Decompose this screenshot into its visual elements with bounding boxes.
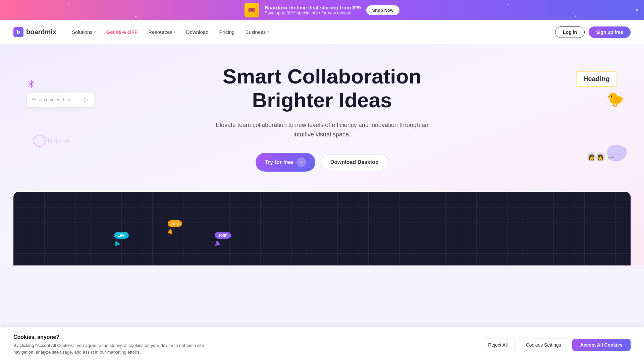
star-decoration-2: ✦ bbox=[134, 14, 138, 19]
oval-shape-icon: ○ bbox=[60, 138, 63, 144]
navbar: b boardmix Solutions ▾ Get 89% OFF Resou… bbox=[0, 20, 644, 44]
levi-cursor-icon bbox=[113, 239, 120, 246]
cursor-levi: Levi bbox=[114, 232, 129, 245]
banner-main-text: Boardmix lifetime deal-starting from $99 bbox=[265, 5, 361, 10]
cursor-aria-label: Aria bbox=[168, 220, 182, 227]
nav-links: Solutions ▾ Get 89% OFF Resources ▾ Down… bbox=[67, 26, 273, 38]
cursor-john-label: John bbox=[215, 232, 231, 239]
business-chevron-icon: ▾ bbox=[267, 30, 269, 34]
cursor-aria: Aria bbox=[168, 220, 182, 234]
circle-shape bbox=[34, 135, 46, 147]
nav-pricing[interactable]: Pricing bbox=[215, 26, 239, 38]
floating-avatars: 👩 👩 99+ bbox=[586, 152, 614, 163]
nav-resources[interactable]: Resources ▾ bbox=[144, 26, 180, 38]
john-cursor-icon bbox=[214, 240, 221, 246]
hero-section: ✳ Enter comment here ▷ □ ◇ ○ ▭ Smart Col… bbox=[0, 44, 644, 265]
floating-comment: ✳ Enter comment here ▷ bbox=[27, 78, 94, 107]
shapes-row: □ ◇ ○ ▭ bbox=[48, 138, 70, 144]
hero-buttons: Try for free → Download Desktop bbox=[205, 153, 439, 172]
resources-chevron-icon: ▾ bbox=[174, 30, 175, 34]
comment-send-icon[interactable]: ▷ bbox=[85, 97, 89, 103]
try-arrow-icon: → bbox=[297, 158, 306, 167]
comment-box: Enter comment here ▷ bbox=[27, 93, 94, 107]
rect-shape-icon: ▭ bbox=[65, 138, 70, 144]
nav-business[interactable]: Business ▾ bbox=[240, 26, 273, 38]
nav-solutions[interactable]: Solutions ▾ bbox=[67, 26, 100, 38]
floating-shapes: □ ◇ ○ ▭ bbox=[34, 135, 70, 147]
star-decoration-1: ✦ bbox=[67, 2, 70, 7]
banner-promo-icon: 🎟️ bbox=[245, 3, 259, 17]
star-decoration-3: ✦ bbox=[506, 3, 510, 7]
top-banner: ✦ ✦ ✦ ✦ 🎟️ Boardmix lifetime deal-starti… bbox=[0, 0, 644, 20]
hero-content: Smart Collaboration Brighter Ideas Eleva… bbox=[205, 64, 439, 172]
logo-link[interactable]: b boardmix bbox=[13, 27, 56, 37]
aria-cursor-icon bbox=[167, 228, 174, 234]
banner-close-button[interactable]: × bbox=[635, 7, 639, 14]
star-decoration-4: ✦ bbox=[574, 14, 577, 19]
cursor-levi-label: Levi bbox=[114, 232, 129, 239]
avatar-count: 99+ bbox=[607, 155, 614, 159]
banner-shop-button[interactable]: Shop Now bbox=[366, 5, 400, 15]
download-desktop-button[interactable]: Download Desktop bbox=[321, 154, 388, 170]
cursor-john: John bbox=[215, 232, 231, 245]
diamond-shape-icon: ◇ bbox=[54, 138, 58, 144]
avatar-group: 👩 👩 bbox=[586, 152, 606, 163]
canvas-area: Levi Aria John bbox=[13, 192, 631, 265]
signup-button[interactable]: Sign up free bbox=[589, 26, 631, 38]
floating-heading-card: Heading bbox=[576, 71, 617, 87]
avatar-2: 👩 bbox=[595, 152, 606, 163]
nav-download[interactable]: Download bbox=[181, 26, 213, 38]
hero-subtitle: Elevate team collaboration to new levels… bbox=[205, 120, 439, 140]
comment-placeholder: Enter comment here bbox=[32, 97, 81, 102]
logo-icon: b bbox=[13, 27, 23, 37]
nav-left: b boardmix Solutions ▾ Get 89% OFF Resou… bbox=[13, 26, 273, 38]
logo-text: boardmix bbox=[26, 28, 56, 36]
banner-sub-text: Save up to 89%-special offer for new rel… bbox=[265, 10, 361, 15]
nav-offer[interactable]: Get 89% OFF bbox=[102, 26, 142, 38]
snowflake-icon: ✳ bbox=[27, 78, 94, 90]
solutions-chevron-icon: ▾ bbox=[94, 30, 96, 34]
login-button[interactable]: Log in bbox=[555, 26, 585, 38]
try-for-free-button[interactable]: Try for free → bbox=[256, 153, 315, 172]
square-shape-icon: □ bbox=[48, 138, 52, 144]
hero-title: Smart Collaboration Brighter Ideas bbox=[205, 64, 439, 112]
heading-text: Heading bbox=[576, 71, 617, 87]
banner-text-block: Boardmix lifetime deal-starting from $99… bbox=[265, 5, 361, 15]
floating-duck-decoration: 🐤 bbox=[606, 91, 624, 108]
nav-right: Log in Sign up free bbox=[555, 26, 631, 38]
